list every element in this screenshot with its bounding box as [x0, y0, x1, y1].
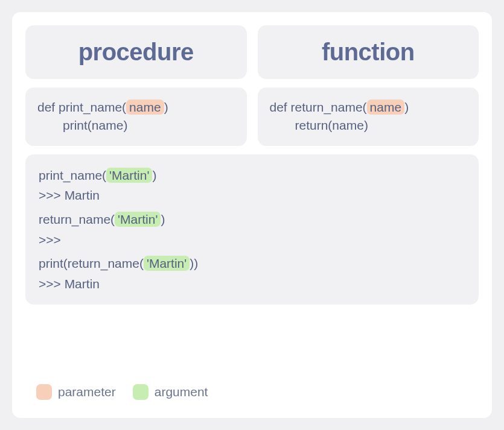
function-def-suffix: ) [404, 100, 409, 114]
diagram-card: procedure def print_name(name) print(nam… [12, 12, 492, 418]
parameter-swatch [36, 384, 52, 400]
example-output-1: >>> Martin [39, 185, 465, 206]
function-column: function def return_name(name) return(na… [258, 25, 479, 146]
procedure-def-suffix: ) [164, 100, 168, 114]
function-definition-box: def return_name(name) return(name) [258, 87, 479, 146]
function-def-prefix: def return_name( [270, 100, 367, 114]
function-header-box: function [258, 25, 479, 79]
procedure-param-highlight: name [126, 100, 164, 115]
example-output-2: >>> [39, 230, 465, 250]
procedure-title: procedure [31, 39, 241, 66]
argument-swatch [133, 384, 148, 400]
function-param-highlight: name [367, 100, 405, 115]
ex2-prefix: return_name( [39, 212, 115, 226]
two-column-row: procedure def print_name(name) print(nam… [25, 25, 479, 146]
legend-item-argument: argument [133, 384, 208, 400]
procedure-body: print(name) [37, 116, 235, 134]
ex1-arg-highlight: 'Martin' [106, 168, 152, 183]
function-body: return(name) [270, 116, 467, 134]
legend-item-parameter: parameter [36, 384, 116, 400]
legend: parameter argument [36, 384, 208, 400]
procedure-definition-box: def print_name(name) print(name) [25, 87, 247, 146]
ex3-arg-highlight: 'Martin' [144, 256, 190, 271]
procedure-column: procedure def print_name(name) print(nam… [25, 25, 247, 146]
ex3-suffix: )) [190, 256, 198, 270]
function-title: function [264, 39, 473, 66]
procedure-def-prefix: def print_name( [37, 100, 126, 114]
example-output-3: >>> Martin [39, 274, 465, 294]
example-line-3: print(return_name('Martin')) [39, 253, 465, 274]
examples-box: print_name('Martin') >>> Martin return_n… [25, 154, 479, 305]
procedure-header-box: procedure [25, 25, 247, 79]
legend-argument-label: argument [155, 385, 208, 399]
ex2-suffix: ) [161, 212, 165, 226]
ex1-prefix: print_name( [39, 168, 106, 182]
ex1-suffix: ) [152, 168, 156, 182]
legend-parameter-label: parameter [58, 385, 116, 399]
example-line-1: print_name('Martin') [39, 165, 465, 186]
ex3-prefix: print(return_name( [39, 256, 144, 270]
example-line-2: return_name('Martin') [39, 209, 465, 230]
ex2-arg-highlight: 'Martin' [115, 212, 161, 227]
